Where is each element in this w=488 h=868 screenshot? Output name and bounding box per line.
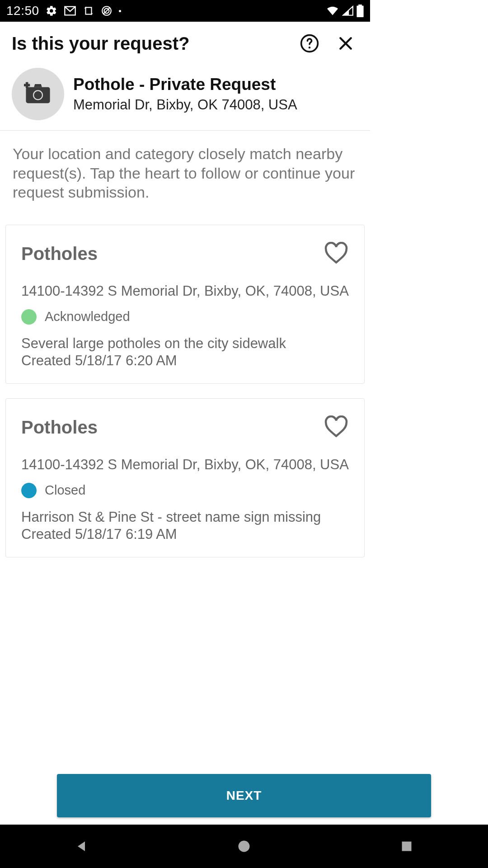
svg-rect-5 bbox=[357, 6, 363, 17]
card-address: 14100-14392 S Memorial Dr, Bixby, OK, 74… bbox=[21, 457, 349, 473]
summary-text-group: Pothole - Private Request Memorial Dr, B… bbox=[73, 75, 297, 113]
request-summary: Pothole - Private Request Memorial Dr, B… bbox=[0, 60, 370, 131]
add-photo-icon bbox=[24, 80, 52, 108]
close-icon bbox=[337, 34, 355, 52]
content-scroll-area[interactable]: Is this your request? Pothole - Private … bbox=[0, 22, 370, 615]
card-status-row: Acknowledged bbox=[21, 309, 349, 325]
photo-thumbnail[interactable] bbox=[12, 68, 64, 120]
sync-icon bbox=[83, 5, 94, 17]
status-time: 12:50 bbox=[6, 4, 39, 18]
card-title: Potholes bbox=[21, 417, 98, 438]
card-header: Potholes bbox=[21, 241, 349, 267]
status-label: Acknowledged bbox=[45, 309, 130, 324]
gear-icon bbox=[46, 5, 57, 17]
page-title: Is this your request? bbox=[12, 33, 286, 54]
wifi-icon bbox=[326, 5, 339, 16]
svg-rect-6 bbox=[358, 5, 362, 6]
close-button[interactable] bbox=[333, 31, 358, 56]
svg-point-8 bbox=[309, 47, 310, 48]
request-card[interactable]: Potholes 14100-14392 S Memorial Dr, Bixb… bbox=[5, 225, 365, 384]
request-address: Memorial Dr, Bixby, OK 74008, USA bbox=[73, 97, 297, 113]
card-title: Potholes bbox=[21, 244, 98, 264]
nearby-requests-list: Potholes 14100-14392 S Memorial Dr, Bixb… bbox=[0, 202, 370, 558]
heart-outline-icon bbox=[324, 242, 349, 266]
status-dot-icon bbox=[21, 309, 37, 325]
card-description: Harrison St & Pine St - street name sign… bbox=[21, 508, 349, 526]
match-hint-text: Your location and category closely match… bbox=[0, 131, 370, 202]
help-circle-icon bbox=[300, 33, 319, 53]
card-description: Several large potholes on the city sidew… bbox=[21, 335, 349, 353]
card-address: 14100-14392 S Memorial Dr, Bixby, OK, 74… bbox=[21, 283, 349, 299]
status-label: Closed bbox=[45, 483, 85, 498]
svg-rect-1 bbox=[85, 7, 91, 14]
notification-dot-icon bbox=[119, 10, 121, 12]
card-created: Created 5/18/17 6:19 AM bbox=[21, 526, 349, 542]
help-button[interactable] bbox=[297, 31, 322, 56]
cell-signal-icon bbox=[342, 5, 354, 16]
card-created: Created 5/18/17 6:20 AM bbox=[21, 353, 349, 369]
heart-outline-icon bbox=[324, 415, 349, 440]
follow-button[interactable] bbox=[324, 241, 349, 267]
svg-point-13 bbox=[34, 91, 42, 99]
request-card[interactable]: Potholes 14100-14392 S Memorial Dr, Bixb… bbox=[5, 398, 365, 557]
android-status-bar: 12:50 bbox=[0, 0, 370, 22]
battery-icon bbox=[357, 5, 364, 17]
status-left-group: 12:50 bbox=[6, 4, 121, 18]
status-right-group bbox=[326, 5, 364, 17]
mail-icon bbox=[64, 5, 76, 16]
card-header: Potholes bbox=[21, 415, 349, 440]
dnd-icon bbox=[101, 5, 113, 17]
app-bar: Is this your request? bbox=[0, 22, 370, 60]
request-type-title: Pothole - Private Request bbox=[73, 75, 297, 94]
card-status-row: Closed bbox=[21, 483, 349, 498]
follow-button[interactable] bbox=[324, 415, 349, 440]
status-dot-icon bbox=[21, 483, 37, 498]
